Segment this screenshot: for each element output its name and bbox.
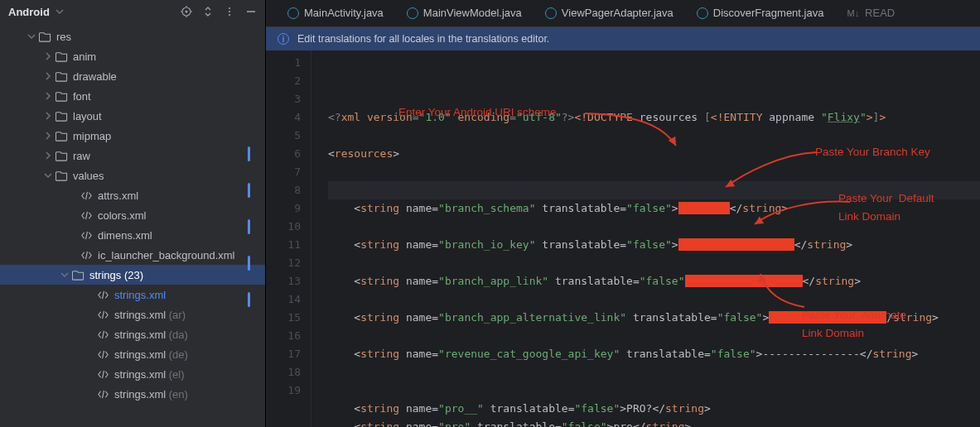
gutter-line-number[interactable]: 15 (266, 309, 301, 327)
editor-tab[interactable]: MainViewModel.java (395, 0, 533, 26)
minimize-icon[interactable] (245, 6, 257, 17)
gutter-line-number[interactable]: 13 (266, 272, 301, 290)
more-vertical-icon[interactable] (224, 6, 235, 17)
editor-tab[interactable]: MainActivity.java (276, 0, 395, 26)
tree-file[interactable]: colors.xml (0, 205, 265, 225)
editor-tab-bar[interactable]: MainActivity.javaMainViewModel.javaViewP… (266, 0, 980, 27)
tree-file[interactable]: strings.xml (de) (0, 344, 265, 364)
code-line[interactable]: <string name="branch_app_link" translata… (328, 272, 980, 290)
redacted-value (678, 238, 794, 251)
code-line[interactable]: <resources> (328, 145, 980, 163)
code-line[interactable] (328, 218, 980, 236)
translations-editor-banner[interactable]: i Edit translations for all locales in t… (266, 27, 980, 50)
project-tree[interactable]: resanimdrawablefontlayoutmipmaprawvalues… (0, 23, 265, 427)
tab-label: ViewPagerAdapter.java (562, 7, 673, 19)
tree-file[interactable]: dimens.xml (0, 225, 265, 245)
chevron-down-icon[interactable] (25, 30, 38, 43)
gutter-line-number[interactable]: 3 (266, 90, 301, 108)
chevron-right-icon[interactable] (41, 50, 55, 63)
chevron-right-icon[interactable] (41, 70, 55, 83)
folder-icon (55, 50, 68, 63)
gutter-line-number[interactable]: 14 (266, 290, 301, 309)
tree-folder[interactable]: drawable (0, 66, 265, 86)
code-editor[interactable]: 12345678910111213141516171819 <?xml vers… (266, 50, 980, 427)
chevron-down-icon[interactable] (41, 169, 55, 182)
tree-folder[interactable]: font (0, 86, 265, 106)
tab-label: READ (865, 7, 895, 19)
chevron-right-icon[interactable] (41, 129, 55, 142)
tree-file[interactable]: strings.xml (ar) (0, 305, 265, 324)
chevron-down-icon (53, 5, 66, 18)
expand-collapse-icon[interactable] (202, 6, 214, 17)
code-line[interactable]: <string name="branch_schema" translatabl… (328, 199, 980, 218)
tree-item-label: strings.xml (ar) (114, 309, 186, 321)
editor-tab[interactable]: DiscoverFragment.java (685, 0, 836, 26)
gutter-line-number[interactable]: 10 (266, 218, 301, 236)
code-line[interactable]: <string name="revenue_cat_google_api_key… (328, 345, 980, 363)
tree-folder[interactable]: mipmap (0, 126, 265, 146)
code-line[interactable]: <string name="branch_app_alternative_lin… (328, 309, 980, 327)
gutter-line-number[interactable]: 12 (266, 254, 301, 272)
java-file-icon (287, 7, 299, 19)
tree-chevron-blank (83, 328, 96, 341)
code-line[interactable]: <?xml version="1.0" encoding="utf-8"?><!… (328, 108, 980, 127)
code-line[interactable] (328, 327, 980, 345)
editor-tab[interactable]: ViewPagerAdapter.java (533, 0, 685, 26)
code-line[interactable] (328, 181, 980, 199)
line-gutter[interactable]: 12345678910111213141516171819 (266, 50, 311, 427)
tree-folder[interactable]: raw (0, 146, 265, 166)
redacted-value (769, 311, 886, 324)
tree-item-label: raw (73, 150, 90, 162)
svg-point-4 (229, 14, 230, 16)
gutter-line-number[interactable]: 1 (266, 54, 301, 72)
code-line[interactable]: <string name="pro__" translatable="false… (328, 400, 980, 418)
chevron-down-icon[interactable] (58, 268, 71, 281)
tree-file[interactable]: strings.xml (el) (0, 364, 265, 384)
chevron-right-icon[interactable] (41, 89, 55, 103)
chevron-right-icon[interactable] (41, 109, 55, 122)
tree-file[interactable]: strings.xml (en) (0, 384, 265, 404)
gutter-line-number[interactable]: 2 (266, 72, 301, 90)
tree-folder[interactable]: strings (23) (0, 265, 265, 285)
tree-file[interactable]: strings.xml (da) (0, 324, 265, 344)
tree-folder[interactable]: res (0, 26, 265, 46)
chevron-right-icon[interactable] (41, 149, 55, 162)
code-line[interactable]: <string name="branch_io_key" translatabl… (328, 236, 980, 254)
code-line[interactable] (328, 290, 980, 309)
gutter-line-number[interactable]: 17 (266, 345, 301, 363)
code-line[interactable] (328, 363, 980, 381)
gutter-line-number[interactable]: 9 (266, 199, 301, 218)
project-view-selector[interactable]: Android (8, 5, 66, 18)
target-icon[interactable] (181, 6, 192, 17)
tree-folder[interactable]: anim (0, 46, 265, 66)
tree-item-label: anim (73, 50, 96, 63)
code-content[interactable]: <?xml version="1.0" encoding="utf-8"?><!… (311, 50, 980, 427)
gutter-line-number[interactable]: 5 (266, 127, 301, 145)
gutter-line-number[interactable]: 7 (266, 163, 301, 181)
xml-file-icon (80, 248, 93, 261)
gutter-line-number[interactable]: 16 (266, 327, 301, 345)
gutter-line-number[interactable]: 4 (266, 108, 301, 127)
tree-chevron-blank (83, 288, 96, 301)
tree-folder[interactable]: layout (0, 106, 265, 126)
code-line[interactable] (328, 127, 980, 145)
tree-chevron-blank (66, 248, 80, 261)
code-line[interactable] (328, 254, 980, 272)
tree-file[interactable]: attrs.xml (0, 185, 265, 205)
gutter-line-number[interactable]: 18 (266, 363, 301, 381)
tree-file[interactable]: strings.xml (0, 285, 265, 305)
code-line[interactable]: <string name="pro" translatable="false">… (328, 418, 980, 427)
code-line[interactable] (328, 381, 980, 400)
tree-chevron-blank (66, 189, 80, 202)
gutter-line-number[interactable]: 11 (266, 236, 301, 254)
tree-item-label: strings.xml (en) (114, 388, 188, 401)
gutter-line-number[interactable]: 6 (266, 145, 301, 163)
tree-folder[interactable]: values (0, 166, 265, 185)
code-line[interactable] (328, 163, 980, 181)
tree-chevron-blank (83, 387, 96, 401)
gutter-line-number[interactable]: 8 (266, 181, 301, 199)
tree-file[interactable]: ic_launcher_background.xml (0, 245, 265, 265)
gutter-line-number[interactable]: 19 (266, 381, 301, 400)
editor-tab[interactable]: M↓READ (835, 0, 906, 26)
java-file-icon (545, 7, 557, 19)
